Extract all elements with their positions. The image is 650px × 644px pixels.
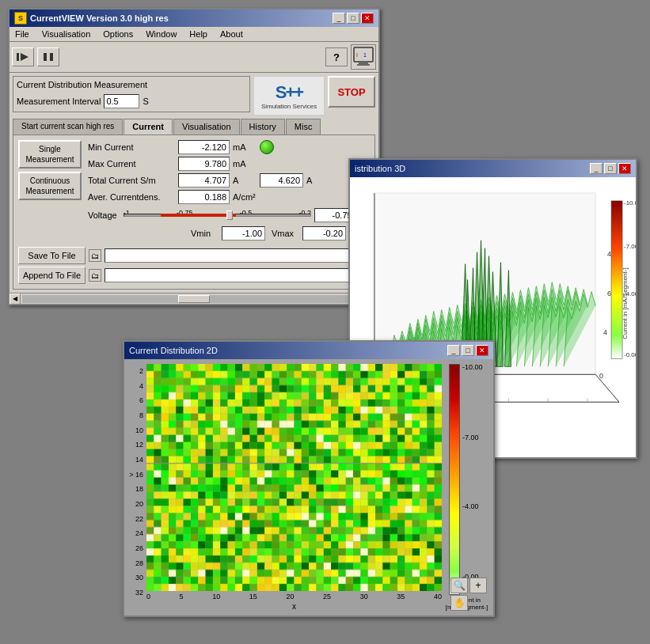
- interval-row: Measurement Interval 0.5 S: [17, 94, 246, 108]
- vmin-value[interactable]: -1.00: [222, 226, 265, 241]
- vmin-label: Vmin: [191, 229, 219, 238]
- svg-rect-0: [17, 53, 19, 61]
- menu-visualisation[interactable]: Visualisation: [40, 28, 93, 40]
- save-file-row: Save To File 🗂: [18, 247, 370, 264]
- append-file-icon[interactable]: 🗂: [89, 269, 101, 282]
- legend-wrapper: -10.00 -7.00 -4.00 -0.00: [445, 364, 488, 595]
- tab-history[interactable]: History: [241, 119, 285, 134]
- vmin-row: Vmin -1.00: [191, 226, 265, 241]
- play-button[interactable]: [12, 47, 34, 66]
- tab-misc[interactable]: Misc: [286, 119, 321, 134]
- save-file-input[interactable]: [105, 248, 370, 263]
- help-button[interactable]: ?: [325, 47, 348, 66]
- svg-text:I: I: [356, 52, 358, 58]
- close-button[interactable]: ✕: [361, 13, 374, 24]
- max-current-value[interactable]: 9.780: [178, 157, 230, 171]
- color-legend: -10.00 -7.00 -4.00 -0.00 Current in[mA/S…: [445, 364, 488, 611]
- dist3d-close-button[interactable]: ✕: [618, 163, 631, 174]
- vmax-row: Vmax -0.20: [272, 226, 346, 241]
- max-current-row: Max Current 9.780 mA: [88, 157, 370, 171]
- aver-current-value[interactable]: 0.188: [178, 190, 230, 204]
- group-title: Current Distribution Measurement: [17, 80, 246, 89]
- save-file-icon[interactable]: 🗂: [89, 249, 101, 262]
- map-window: Current Distribution 2D _ □ ✕ 2 4 6 8 10…: [123, 340, 495, 617]
- measurement-group: Current Distribution Measurement Measure…: [13, 76, 250, 112]
- total-current-value2[interactable]: 4.620: [260, 173, 303, 188]
- svg-rect-30: [611, 201, 622, 358]
- continuous-measurement-button[interactable]: ContinuousMeasurement: [18, 172, 82, 200]
- min-current-value[interactable]: -2.120: [178, 140, 230, 154]
- append-file-input[interactable]: [105, 268, 370, 282]
- menu-options[interactable]: Options: [101, 28, 135, 40]
- legend-label-mid1: -7.00: [462, 434, 479, 441]
- stop-button[interactable]: STOP: [328, 76, 375, 108]
- save-to-file-button[interactable]: Save To File: [18, 247, 86, 264]
- map-minimize-button[interactable]: _: [447, 345, 460, 356]
- map-title-buttons: _ □ ✕: [447, 345, 488, 356]
- menu-about[interactable]: About: [218, 28, 245, 40]
- map-title-bar: Current Distribution 2D _ □ ✕: [124, 342, 493, 359]
- dist3d-maximize-button[interactable]: □: [604, 163, 617, 174]
- vmax-label: Vmax: [272, 229, 299, 238]
- map-close-button[interactable]: ✕: [476, 345, 488, 356]
- svg-text:4: 4: [603, 328, 607, 336]
- tab-start-scan[interactable]: Start current scan high res: [13, 119, 123, 134]
- menu-window[interactable]: Window: [143, 28, 179, 40]
- scroll-left-arrow[interactable]: ◀: [10, 294, 21, 305]
- interval-unit: S: [143, 97, 148, 106]
- spp-logo: S++ Simulation Services: [253, 76, 325, 116]
- plus-icon-button[interactable]: +: [469, 578, 487, 593]
- horizontal-scrollbar[interactable]: ◀ ▶: [10, 293, 378, 304]
- single-measurement-button[interactable]: SingleMeasurement: [18, 140, 82, 169]
- legend-gradient: [449, 364, 460, 595]
- dist3d-title-bar: istribution 3D _ □ ✕: [350, 160, 636, 177]
- interval-input[interactable]: 0.5: [104, 94, 139, 108]
- right-fields: Min Current -2.120 mA Max Current 9.780 …: [88, 140, 370, 242]
- title-buttons: _ □ ✕: [333, 13, 374, 24]
- voltage-label: Voltage: [88, 210, 117, 220]
- svg-text:-7.00: -7.00: [624, 243, 636, 250]
- append-to-file-button[interactable]: Append To File: [18, 267, 86, 284]
- map-maximize-button[interactable]: □: [462, 345, 474, 356]
- x-axis-title: x: [146, 602, 442, 611]
- dist3d-title: istribution 3D: [355, 164, 405, 173]
- map-content: 2 4 6 8 10 12 14 > 16 18 20 22 24 26 28 …: [124, 359, 493, 616]
- status-led: [260, 140, 274, 154]
- tab-content: SingleMeasurement ContinuousMeasurement …: [13, 134, 375, 290]
- svg-text:1: 1: [363, 52, 367, 58]
- svg-text:-10.00: -10.00: [624, 199, 636, 206]
- aver-current-label: Aver. Currentdens.: [88, 192, 175, 202]
- zoom-icon-button[interactable]: 🔍: [450, 578, 468, 593]
- maximize-button[interactable]: □: [347, 13, 359, 24]
- y-axis-numbers: 2 4 6 8 10 12 14 > 16 18 20 22 24 26 28 …: [129, 364, 143, 611]
- dist3d-minimize-button[interactable]: _: [590, 163, 602, 174]
- main-window: S CurrentVIEW Version 3.0 high res _ □ ✕…: [8, 8, 380, 305]
- app-icon: S: [14, 12, 27, 25]
- svg-text:0: 0: [599, 372, 603, 380]
- voltage-slider[interactable]: -1 -0.75 -0.5 -0.2: [124, 207, 311, 223]
- minimize-button[interactable]: _: [333, 13, 345, 24]
- total-current-value1[interactable]: 4.707: [178, 173, 230, 188]
- pause-button[interactable]: [37, 47, 59, 66]
- vmax-value[interactable]: -0.20: [302, 226, 346, 241]
- menu-file[interactable]: File: [13, 28, 32, 40]
- total-current-label: Total Current S/m: [88, 176, 175, 185]
- tab-current[interactable]: Current: [124, 119, 173, 134]
- main-window-title: CurrentVIEW Version 3.0 high res: [30, 13, 169, 23]
- hand-icon-button[interactable]: ✋: [450, 595, 468, 611]
- scroll-thumb[interactable]: [178, 295, 210, 303]
- monitor-icon-box: I 1: [351, 44, 376, 70]
- svg-text:-0.00: -0.00: [624, 351, 636, 358]
- total-current-unit2: A: [306, 176, 330, 185]
- left-buttons: SingleMeasurement ContinuousMeasurement: [18, 140, 82, 242]
- svg-text:4: 4: [607, 250, 611, 258]
- menu-help[interactable]: Help: [187, 28, 210, 40]
- max-current-unit: mA: [233, 159, 257, 169]
- interval-label: Measurement Interval: [17, 97, 101, 106]
- spp-text: S++: [276, 82, 302, 103]
- min-current-row: Min Current -2.120 mA: [88, 140, 370, 154]
- append-file-row: Append To File 🗂: [18, 267, 370, 284]
- tab-visualisation[interactable]: Visualisation: [173, 119, 240, 134]
- bottom-icon-bar: 🔍 + ✋: [450, 578, 487, 611]
- scroll-track[interactable]: [22, 295, 366, 303]
